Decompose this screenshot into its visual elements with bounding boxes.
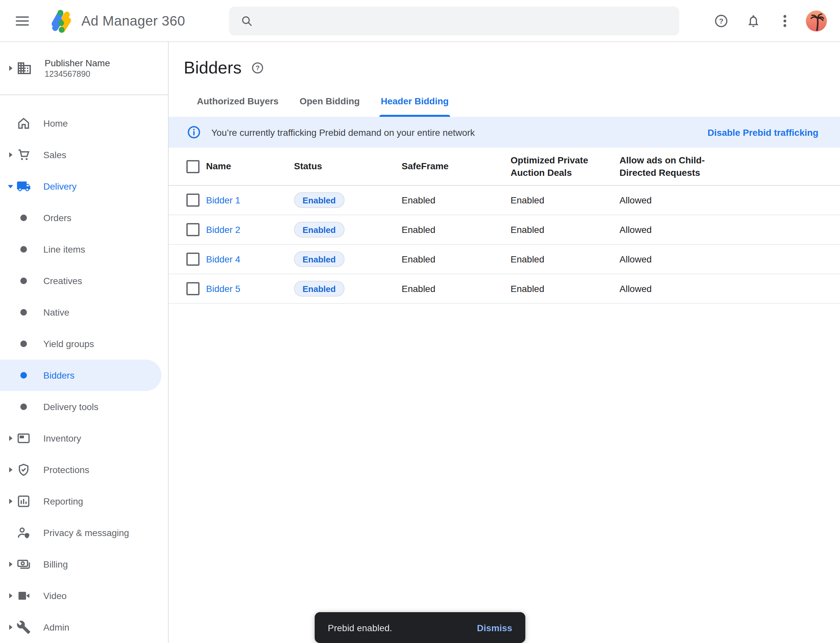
sidebar-item-admin[interactable]: Admin	[0, 612, 168, 643]
table-row: Bidder 4 Enabled Enabled Enabled Allowed	[169, 245, 840, 274]
bullet-icon	[20, 341, 27, 347]
toast-snackbar: Prebid enabled. Dismiss	[315, 612, 525, 643]
page-header: Bidders ?	[184, 58, 264, 78]
table-header-row: Name Status SafeFrame Optimized Private …	[169, 148, 840, 186]
status-badge: Enabled	[294, 281, 344, 297]
sidebar-item-sales[interactable]: Sales	[0, 139, 168, 171]
bidder-link[interactable]: Bidder 2	[206, 224, 240, 235]
row-checkbox[interactable]	[186, 253, 199, 266]
expand-arrow-icon	[9, 499, 12, 504]
sidebar-item-bidders[interactable]: Bidders	[0, 359, 162, 391]
sidebar-item-video[interactable]: Video	[0, 580, 168, 612]
inventory-icon	[16, 431, 31, 446]
notifications-bell-icon[interactable]	[746, 13, 761, 28]
wrench-icon	[16, 620, 31, 635]
sidebar-item-billing[interactable]: Billing	[0, 548, 168, 580]
videocam-icon	[16, 589, 31, 603]
child-directed-value: Allowed	[619, 284, 840, 294]
safeframe-value: Enabled	[402, 284, 511, 294]
expand-arrow-icon	[9, 436, 12, 441]
main-content: Bidders ? Authorized Buyers Open Bidding…	[169, 42, 840, 643]
bullet-icon	[20, 277, 27, 284]
expand-arrow-icon	[9, 65, 12, 71]
sidebar-item-line-items[interactable]: Line items	[0, 233, 168, 265]
table-row: Bidder 1 Enabled Enabled Enabled Allowed	[169, 186, 840, 215]
sidebar-item-delivery[interactable]: Delivery	[0, 171, 168, 202]
bullet-icon	[20, 372, 27, 379]
safeframe-value: Enabled	[402, 254, 511, 264]
publisher-id: 1234567890	[45, 69, 110, 79]
bidder-link[interactable]: Bidder 5	[206, 284, 240, 294]
collapse-arrow-icon	[8, 185, 13, 188]
child-directed-value: Allowed	[619, 254, 840, 264]
sidebar-item-inventory[interactable]: Inventory	[0, 423, 168, 454]
sidebar-item-native[interactable]: Native	[0, 297, 168, 328]
row-checkbox[interactable]	[186, 194, 199, 207]
dismiss-button[interactable]: Dismiss	[477, 622, 512, 633]
hamburger-menu-icon[interactable]	[16, 13, 29, 28]
expand-arrow-icon	[9, 152, 12, 157]
bullet-icon	[20, 246, 27, 253]
status-badge: Enabled	[294, 222, 344, 238]
status-badge: Enabled	[294, 192, 344, 208]
tab-bar: Authorized Buyers Open Bidding Header Bi…	[169, 85, 459, 117]
sidebar-item-orders[interactable]: Orders	[0, 202, 168, 233]
page-help-icon[interactable]: ?	[251, 62, 264, 74]
disable-prebid-trafficking-link[interactable]: Disable Prebid trafficking	[708, 127, 818, 137]
safeframe-value: Enabled	[402, 224, 511, 235]
child-directed-value: Allowed	[619, 224, 840, 235]
home-icon	[16, 116, 31, 131]
sidebar-item-protections[interactable]: Protections	[0, 454, 168, 486]
bullet-icon	[20, 309, 27, 316]
bar-chart-icon	[16, 494, 31, 509]
tab-open-bidding[interactable]: Open Bidding	[289, 85, 371, 117]
select-all-checkbox[interactable]	[186, 160, 199, 173]
publisher-building-icon	[16, 60, 32, 76]
tab-header-bidding[interactable]: Header Bidding	[370, 85, 459, 117]
search-input[interactable]	[260, 15, 679, 27]
sidebar-item-delivery-tools[interactable]: Delivery tools	[0, 391, 168, 423]
toast-message: Prebid enabled.	[328, 622, 392, 633]
sidebar-item-reporting[interactable]: Reporting	[0, 486, 168, 517]
bidder-link[interactable]: Bidder 1	[206, 195, 240, 206]
status-badge: Enabled	[294, 251, 344, 267]
expand-arrow-icon	[9, 561, 12, 567]
privacy-person-shield-icon	[16, 525, 31, 540]
sidebar-item-creatives[interactable]: Creatives	[0, 265, 168, 297]
payments-icon	[16, 557, 31, 571]
cart-icon	[16, 148, 31, 162]
publisher-selector[interactable]: Publisher Name 1234567890	[0, 42, 168, 95]
account-avatar[interactable]	[806, 10, 827, 31]
search-bar[interactable]	[229, 7, 679, 36]
bullet-icon	[20, 215, 27, 221]
sidebar-item-privacy-messaging[interactable]: Privacy & messaging	[0, 517, 168, 548]
column-header-child-directed: Allow ads on Child-Directed Requests	[619, 154, 724, 179]
sidebar-item-yield-groups[interactable]: Yield groups	[0, 328, 168, 359]
private-auction-value: Enabled	[511, 224, 619, 235]
private-auction-value: Enabled	[511, 254, 619, 264]
info-banner: You’re currently trafficking Prebid dema…	[169, 117, 840, 148]
app-title: Ad Manager 360	[82, 13, 185, 29]
private-auction-value: Enabled	[511, 284, 619, 294]
table-row: Bidder 5 Enabled Enabled Enabled Allowed	[169, 274, 840, 304]
sidebar-item-home[interactable]: Home	[0, 108, 168, 139]
column-header-private-auction: Optimized Private Auction Deals	[511, 154, 609, 179]
safeframe-value: Enabled	[402, 195, 511, 206]
expand-arrow-icon	[9, 625, 12, 630]
sidebar: Publisher Name 1234567890 Home Sales Del…	[0, 42, 169, 643]
banner-message: You’re currently trafficking Prebid dema…	[211, 127, 475, 137]
shield-check-icon	[16, 463, 31, 477]
help-icon[interactable]: ?	[714, 13, 729, 28]
svg-text:?: ?	[719, 17, 723, 25]
tab-authorized-buyers[interactable]: Authorized Buyers	[186, 85, 289, 117]
page-title: Bidders	[184, 58, 242, 78]
ad-manager-logo-icon	[50, 8, 72, 33]
bidder-link[interactable]: Bidder 4	[206, 254, 240, 264]
truck-icon	[16, 179, 31, 194]
row-checkbox[interactable]	[186, 282, 199, 295]
child-directed-value: Allowed	[619, 195, 840, 206]
expand-arrow-icon	[9, 467, 12, 472]
row-checkbox[interactable]	[186, 223, 199, 236]
more-options-icon[interactable]	[781, 13, 789, 28]
search-icon	[240, 15, 253, 28]
